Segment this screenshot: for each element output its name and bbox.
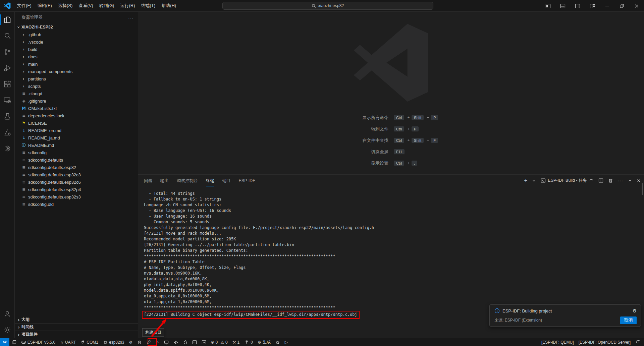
menu-item[interactable]: 查看(V) (75, 2, 96, 10)
kill-terminal-icon[interactable] (608, 178, 613, 183)
statusbar-build-task[interactable]: ⚙生成 (256, 339, 272, 346)
new-terminal-icon[interactable]: + (524, 177, 527, 184)
panel-tab[interactable]: 输出 (160, 175, 169, 186)
menu-item[interactable]: 帮助(H) (158, 2, 179, 10)
panel-tab[interactable]: ESP-IDF (239, 175, 255, 186)
statusbar-idf-version[interactable]: ESP-IDF v5.5.0 (19, 339, 57, 346)
menu-item[interactable]: 转到(G) (96, 2, 117, 10)
statusbar-full-clean[interactable] (136, 339, 144, 346)
activity-run-debug[interactable] (0, 60, 15, 76)
panel-tab[interactable]: 调试控制台 (177, 175, 198, 186)
close-panel-icon[interactable] (637, 179, 641, 183)
activity-search[interactable] (0, 28, 15, 44)
panel-tab[interactable]: 问题 (144, 175, 152, 186)
statusbar-flash-monitor[interactable] (172, 339, 180, 346)
toggle-sidebar-icon[interactable] (541, 0, 555, 12)
tree-item-file[interactable]: ◈ .gitignore (15, 97, 138, 105)
cancel-button[interactable]: 取消 (620, 316, 637, 324)
activity-extensions[interactable] (0, 76, 15, 92)
editor-watermark: 显示所有命令 CtrlShiftP 转到文件 CtrlP 在文件中查找 Ctrl… (138, 24, 644, 167)
minimize-button[interactable] (600, 0, 614, 12)
tree-item-file[interactable]: ↓ README_ja.md (15, 134, 138, 141)
menu-item[interactable]: 终端(T) (138, 2, 158, 10)
statusbar-uart[interactable]: ☆UART (58, 339, 77, 346)
tree-item-file[interactable]: ≡ sdkconfig (15, 149, 138, 156)
sidebar-section-header[interactable]: › 大纲 (15, 316, 138, 323)
statusbar-problems[interactable]: ⊗0 ⚠0 (209, 339, 229, 346)
statusbar-monitor[interactable] (162, 339, 170, 346)
tree-item-folder[interactable]: › main (15, 60, 138, 68)
statusbar-com-port[interactable]: COM1 (79, 339, 100, 346)
terminal-task-item[interactable]: ESP-IDF Build - 任务 (541, 178, 594, 183)
explorer-sidebar: 资源管理器 ··· › XIAOZHI-ESP32 › .github › .v… (15, 12, 138, 338)
activity-source-control[interactable] (0, 44, 15, 60)
tree-item-file[interactable]: ≡ sdkconfig.defaults.esp32s3 (15, 193, 138, 200)
panel-tab[interactable]: 终端 (206, 175, 214, 186)
activity-remote-explorer[interactable] (0, 92, 15, 108)
statusbar-qemu-status[interactable]: [ESP-IDF: QEMU] (540, 339, 576, 346)
tree-item-folder[interactable]: › docs (15, 53, 138, 60)
activity-espidf[interactable] (0, 140, 15, 157)
tree-item-file[interactable]: ⓘ README.md (15, 141, 138, 149)
tree-item-folder[interactable]: › build (15, 46, 138, 53)
statusbar-notifications[interactable] (634, 339, 642, 346)
terminal-line: Successfully generated language config f… (144, 225, 644, 231)
file-name: sdkconfig.defaults.esp32s3 (28, 194, 81, 199)
chevron-down-icon[interactable] (532, 179, 536, 183)
tree-item-file[interactable]: ↓ README_en.md (15, 127, 138, 134)
toggle-secondary-sidebar-icon[interactable] (570, 0, 585, 12)
settings-button[interactable] (0, 322, 15, 338)
tree-item-folder[interactable]: › managed_components (15, 68, 138, 75)
statusbar-settings[interactable]: ⚙ (127, 339, 134, 346)
panel-tab[interactable]: 端口 (222, 175, 231, 186)
tree-item-file[interactable]: ≡ sdkconfig.defaults (15, 156, 138, 164)
activity-testing[interactable] (0, 108, 15, 124)
statusbar-workspace[interactable] (10, 339, 18, 346)
sidebar-section-header[interactable]: › 时间线 (15, 323, 138, 331)
statusbar-debug[interactable] (274, 339, 282, 346)
tree-item-folder[interactable]: › .vscode (15, 38, 138, 46)
tree-item-file[interactable]: ⚑ LICENSE (15, 119, 138, 127)
statusbar-tools[interactable]: ⚒1 (231, 339, 241, 346)
tree-item-folder[interactable]: › scripts (15, 82, 138, 90)
tree-item-file[interactable]: ≡ sdkconfig.defaults.esp32 (15, 164, 138, 171)
terminal-scrollbar[interactable] (642, 183, 643, 195)
tree-item-file[interactable]: M CMakeLists.txt (15, 105, 138, 112)
menu-item[interactable]: 运行(R) (117, 2, 138, 10)
statusbar-openocd-status[interactable]: [ESP-IDF: OpenOCD Server] (577, 339, 632, 346)
statusbar-target[interactable]: esp32s3 (101, 339, 126, 346)
remote-indicator[interactable]: >< (0, 338, 9, 346)
activity-cmake[interactable] (0, 124, 15, 140)
tree-item-file[interactable]: ≡ sdkconfig.old (15, 200, 138, 208)
split-terminal-icon[interactable] (598, 178, 603, 183)
statusbar-terminal[interactable] (191, 339, 199, 346)
tree-item-folder[interactable]: › partitions (15, 75, 138, 82)
activity-explorer[interactable] (0, 12, 15, 28)
statusbar-qemu-run[interactable] (181, 339, 189, 346)
tree-item-folder[interactable]: › .github (15, 31, 138, 38)
explorer-more-icon[interactable]: ··· (128, 15, 134, 20)
statusbar-run[interactable]: ▷ (283, 339, 289, 346)
menu-item[interactable]: 编辑(E) (35, 2, 55, 10)
tree-item-file[interactable]: ≡ sdkconfig.defaults.esp32c6 (15, 178, 138, 186)
sidebar-section-header[interactable]: › 项目组件 (15, 331, 138, 338)
more-actions-icon[interactable]: ··· (618, 178, 623, 183)
statusbar-launch[interactable] (200, 339, 208, 346)
tree-item-file[interactable]: ≡ .clangd (15, 90, 138, 97)
tree-item-file[interactable]: ≡ dependencies.lock (15, 112, 138, 119)
toggle-panel-icon[interactable] (555, 0, 570, 12)
close-button[interactable] (629, 0, 644, 12)
account-button[interactable] (0, 306, 15, 322)
maximize-panel-icon[interactable] (628, 179, 632, 183)
customize-layout-icon[interactable] (585, 0, 600, 12)
statusbar-ports[interactable]: 0 (243, 339, 255, 346)
notification-settings-icon[interactable]: ⚙ (632, 308, 637, 313)
tree-item-file[interactable]: ≡ sdkconfig.defaults.esp32p4 (15, 186, 138, 193)
menu-item[interactable]: 选择(S) (55, 2, 75, 10)
terminal-output[interactable]: - Total: 44 strings - Fallback to en-US:… (138, 186, 644, 319)
tree-item-file[interactable]: ≡ sdkconfig.defaults.esp32c3 (15, 171, 138, 178)
explorer-root-row[interactable]: › XIAOZHI-ESP32 (15, 23, 138, 31)
menu-item[interactable]: 文件(F) (14, 2, 35, 10)
restore-button[interactable] (614, 0, 629, 12)
command-center-search[interactable]: xiaozhi-esp32 (222, 2, 433, 10)
